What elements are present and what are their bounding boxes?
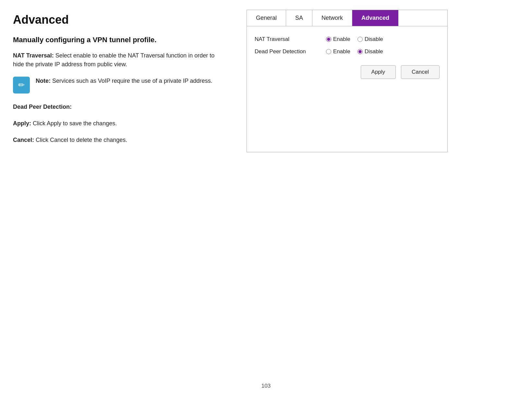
dead-peer-disable-label: Disable bbox=[365, 48, 383, 55]
nat-traversal-disable-radio[interactable] bbox=[357, 37, 363, 42]
tab-bar: General SA Network Advanced bbox=[247, 10, 447, 26]
note-box: Note: Services such as VoIP require the … bbox=[13, 77, 227, 94]
nat-traversal-disable-option[interactable]: Disable bbox=[357, 36, 383, 43]
cancel-text: Click Cancel to delete the changes. bbox=[36, 137, 127, 143]
tab-network[interactable]: Network bbox=[312, 10, 352, 26]
nat-traversal-description: NAT Traversal: Select enable to enable t… bbox=[13, 51, 227, 69]
ui-panel: General SA Network Advanced NAT Traversa… bbox=[247, 10, 448, 152]
cancel-label: Cancel: bbox=[13, 137, 34, 143]
dead-peer-label: Dead Peer Detection: bbox=[13, 104, 72, 110]
dead-peer-enable-option[interactable]: Enable bbox=[326, 48, 350, 55]
tab-general[interactable]: General bbox=[247, 10, 286, 26]
dead-peer-disable-radio[interactable] bbox=[357, 49, 363, 54]
note-label: Note: bbox=[36, 78, 51, 84]
dead-peer-field-label: Dead Peer Detection bbox=[255, 48, 326, 55]
dead-peer-description: Dead Peer Detection: bbox=[13, 103, 227, 111]
documentation-section: Advanced Manually configuring a VPN tunn… bbox=[13, 10, 227, 152]
note-body: Services such as VoIP require the use of… bbox=[52, 78, 212, 84]
nat-traversal-enable-label: Enable bbox=[333, 36, 350, 43]
dead-peer-row: Dead Peer Detection Enable Disable bbox=[255, 48, 440, 55]
apply-label: Apply: bbox=[13, 120, 31, 127]
tab-sa[interactable]: SA bbox=[286, 10, 312, 26]
dead-peer-enable-radio[interactable] bbox=[326, 49, 331, 54]
nat-traversal-enable-option[interactable]: Enable bbox=[326, 36, 350, 43]
note-text: Note: Services such as VoIP require the … bbox=[36, 77, 212, 85]
panel-content: NAT Traversal Enable Disable Dead Peer D… bbox=[247, 26, 447, 87]
nat-traversal-enable-radio[interactable] bbox=[326, 37, 331, 42]
cancel-button[interactable]: Cancel bbox=[401, 65, 440, 79]
nat-traversal-disable-label: Disable bbox=[365, 36, 383, 43]
nat-traversal-label: NAT Traversal: bbox=[13, 52, 54, 59]
apply-button[interactable]: Apply bbox=[361, 65, 396, 79]
page-title: Advanced bbox=[13, 13, 227, 27]
dead-peer-disable-option[interactable]: Disable bbox=[357, 48, 383, 55]
cancel-description: Cancel: Click Cancel to delete the chang… bbox=[13, 136, 227, 144]
nat-traversal-field-label: NAT Traversal bbox=[255, 36, 326, 43]
note-icon bbox=[13, 77, 30, 94]
page-number: 103 bbox=[261, 383, 271, 389]
tab-advanced[interactable]: Advanced bbox=[352, 10, 398, 26]
button-row: Apply Cancel bbox=[255, 65, 440, 79]
doc-subtitle: Manually configuring a VPN tunnel profil… bbox=[13, 36, 227, 44]
dead-peer-radio-group: Enable Disable bbox=[326, 48, 383, 55]
apply-text: Click Apply to save the changes. bbox=[33, 120, 117, 127]
apply-description: Apply: Click Apply to save the changes. bbox=[13, 119, 227, 128]
dead-peer-enable-label: Enable bbox=[333, 48, 350, 55]
nat-traversal-radio-group: Enable Disable bbox=[326, 36, 383, 43]
nat-traversal-row: NAT Traversal Enable Disable bbox=[255, 36, 440, 43]
